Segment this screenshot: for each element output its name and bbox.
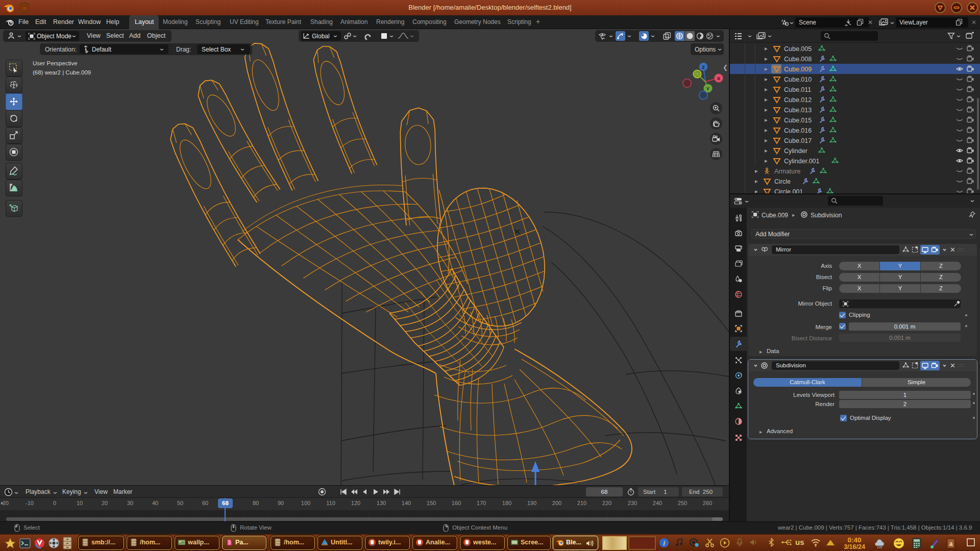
svg-text:a: a (949, 540, 953, 547)
svg-text:Y: Y (706, 86, 710, 91)
svg-text:X: X (717, 76, 721, 81)
svg-text:Z: Z (702, 64, 705, 70)
svg-text:i: i (663, 539, 665, 547)
